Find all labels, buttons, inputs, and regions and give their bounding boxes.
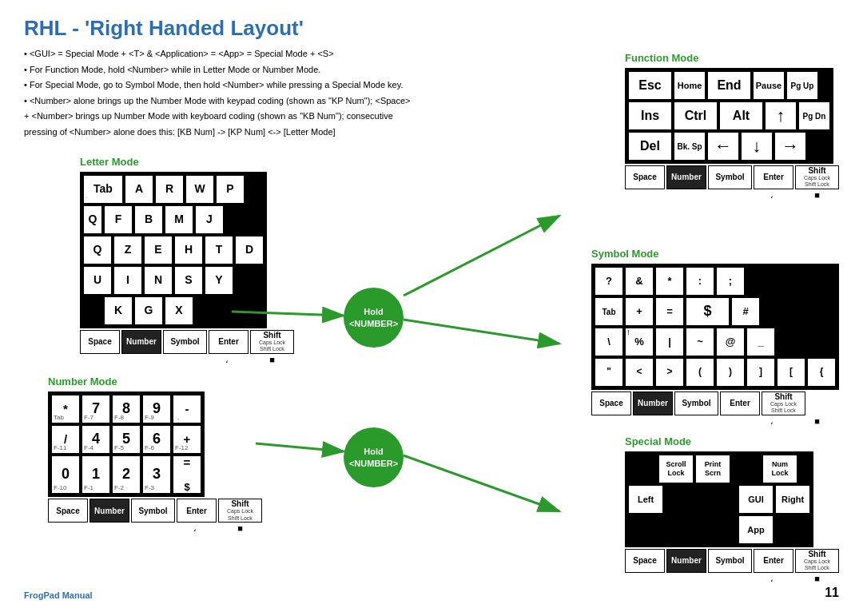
key-enter-letter: Enter [209, 330, 249, 354]
key-p: P [216, 175, 245, 204]
key-number-fn: Number [666, 165, 706, 189]
fn-pgdn: Pg Dn [798, 101, 830, 130]
key-a: A [125, 175, 153, 204]
key-enter-sp: Enter [754, 549, 793, 573]
num-1: 1 F-1 [82, 455, 110, 494]
key-q2: Q [83, 236, 112, 264]
key-symbol-letter: Symbol [163, 330, 207, 354]
page-title: RHL - 'Right Handed Layout' [24, 16, 839, 41]
footer-text: FrogPad Manual [24, 590, 93, 600]
function-mode-section: Function Mode Esc Home End Pause Pg Up I… [625, 52, 839, 201]
page: RHL - 'Right Handed Layout' • <GUI> = Sp… [0, 0, 863, 616]
key-q: Q [83, 205, 102, 234]
key-symbol-sym: Symbol [674, 391, 718, 415]
key-shift-letter: Shift Caps LockShift Lock [250, 330, 294, 354]
key-shift-sp: Shift Caps LockShift Lock [795, 549, 839, 573]
key-h: H [174, 236, 203, 264]
key-shift-sym: Shift Caps LockShift Lock [762, 391, 805, 415]
key-space-sym: Space [591, 391, 631, 415]
fn-ins: Ins [628, 101, 672, 130]
sym-eq: = [655, 297, 684, 326]
sp-left: Left [628, 485, 663, 514]
sp-numlock: NumLock [762, 455, 797, 483]
num-star: * Tab [51, 395, 80, 423]
fn-right: → [774, 132, 806, 161]
sym-percent: % ! [625, 328, 654, 356]
sym-q: ? [595, 267, 623, 296]
key-w: W [185, 175, 214, 204]
key-u: U [83, 266, 112, 295]
hold-number-circle-bottom: Hold <NUMBER> [344, 427, 404, 487]
number-mode-section: Number Mode * Tab 7 F-7 8 F-8 9 F-9 [48, 376, 262, 534]
key-space-fn: Space [625, 165, 665, 189]
letter-mode-section: Letter Mode Tab· A R W P Q F B M J Q Z [80, 156, 294, 365]
num-plus: + F-12 [173, 425, 201, 454]
key-s: S [174, 266, 203, 295]
fn-pgup: Pg Up [786, 71, 818, 100]
num-6: 6 F-6 [142, 425, 171, 454]
fn-alt: Alt [719, 101, 763, 130]
key-i: I [113, 266, 142, 295]
sp-print: PrintScrn [695, 455, 730, 483]
key-y: Y [205, 266, 233, 295]
key-enter-sym: Enter [720, 391, 760, 415]
sym-gt: > [655, 358, 684, 387]
description: • <GUI> = Special Mode + <T> & <Applicat… [24, 47, 519, 140]
fn-del: Del [628, 132, 672, 161]
key-f: F [104, 205, 133, 234]
sym-rparen: ) [716, 358, 745, 387]
num-minus: - ， [173, 395, 201, 423]
key-shift-fn: Shift Caps LockShift Lock [795, 165, 839, 189]
key-z: Z [113, 236, 142, 264]
key-g: G [134, 296, 163, 325]
num-7: 7 F-7 [82, 395, 110, 423]
sym-dollar: $ [686, 297, 730, 326]
sym-tilde: ~ [686, 328, 714, 356]
key-symbol-fn: Symbol [708, 165, 752, 189]
sym-rbracket: [ [777, 358, 805, 387]
key-r: R [155, 175, 184, 204]
number-mode-title: Number Mode [48, 376, 262, 387]
num-8: 8 F-8 [112, 395, 141, 423]
key-symbol-sp: Symbol [708, 549, 752, 573]
fn-up: ↑ [765, 101, 797, 130]
fn-bksp: Bk. Sp [674, 132, 706, 161]
sym-lbracket: ] [746, 358, 775, 387]
key-e: E [144, 236, 173, 264]
sym-plus: + [625, 297, 654, 326]
sp-app: App [738, 515, 774, 544]
sp-scroll: ScrollLock [658, 455, 694, 483]
fn-down: ↓ [741, 132, 773, 161]
sym-amp: & [625, 267, 654, 296]
key-number-number: Number [89, 499, 129, 523]
fn-home: Home [674, 71, 706, 100]
sp-gui: GUI [738, 485, 774, 514]
sym-semi: ; [716, 267, 745, 296]
key-number-sym: Number [633, 391, 673, 415]
sym-at: @ [716, 328, 745, 356]
fn-end: End [707, 71, 751, 100]
special-mode-section: Special Mode ScrollLock PrintScrn NumLoc… [625, 435, 839, 584]
num-5: 5 F-5 [112, 425, 141, 454]
key-t: T [205, 236, 233, 264]
sym-underscore: _ [746, 328, 775, 356]
function-mode-title: Function Mode [625, 52, 839, 64]
letter-mode-title: Letter Mode [80, 156, 294, 168]
special-mode-title: Special Mode [625, 435, 839, 447]
key-b: B [134, 205, 163, 234]
num-3: 3 F-3 [142, 455, 171, 494]
num-2: 2 F-2 [112, 455, 141, 494]
key-tab: Tab· [83, 175, 123, 204]
sym-star: * [655, 267, 684, 296]
sym-backslash: \ [595, 328, 623, 356]
sym-lparen: ( [686, 358, 714, 387]
num-9: 9 F-9 [142, 395, 171, 423]
page-number: 11 [825, 586, 839, 600]
sym-lt: < [625, 358, 654, 387]
sym-tab: Tab [595, 297, 623, 326]
hold-number-circle-top: Hold <NUMBER> [344, 288, 404, 348]
fn-ctrl: Ctrl [674, 101, 718, 130]
num-0: 0 F-10 [51, 455, 80, 494]
key-space-number: Space [48, 499, 88, 523]
key-space-sp: Space [625, 549, 665, 573]
